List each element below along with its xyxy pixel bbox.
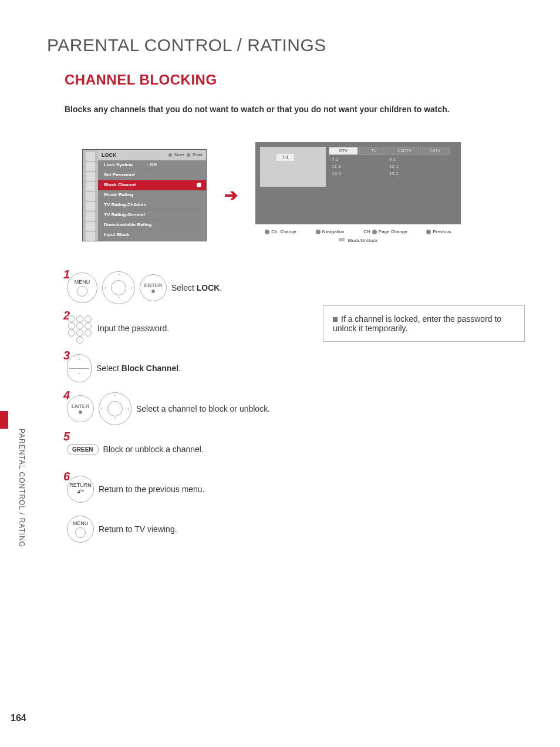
step-7: MENU Return to TV viewing.	[67, 513, 525, 545]
tab-tv[interactable]: TV	[359, 147, 389, 155]
clock-icon	[86, 192, 95, 201]
enter-icon	[187, 153, 190, 157]
channel-entry[interactable]: 11-1	[332, 163, 341, 170]
chevron-right-icon: ›	[131, 285, 133, 291]
previous-icon	[426, 230, 431, 234]
legend-ch-change: Ch. Change	[271, 229, 296, 234]
osd-hint-enter: Enter	[193, 153, 203, 157]
step-number: 6	[63, 470, 70, 483]
menu-button[interactable]: MENU	[67, 516, 94, 543]
arrow-right-icon: ➔	[224, 186, 238, 205]
chevron-right-icon: ›	[127, 406, 129, 412]
channel-list-col2: 9-1 12-1 15-1	[389, 156, 399, 177]
block-icon	[339, 238, 345, 241]
nav-ring-button[interactable]: ˄ ˅ ‹ ›	[102, 271, 135, 304]
menu-button-inner-icon	[77, 286, 87, 297]
channel-entry[interactable]: 13-5	[332, 170, 341, 177]
legend-navigation: Navigation	[322, 229, 345, 234]
tab-cadtv[interactable]: CADTV	[390, 147, 419, 155]
osd-lock-header: LOCK Move Enter	[98, 150, 206, 160]
note-text: If a channel is locked, enter the passwo…	[333, 314, 501, 333]
step-5: 5 GREEN Block or unblock a channel.	[67, 433, 525, 465]
osd-lock-menu: LOCK Move Enter Lock System : Off Set Pa…	[82, 149, 207, 241]
chevron-down-icon: ˅	[114, 418, 117, 423]
osd-channel-list: 7-1 DTV TV CADTV CATV 7-1 11-1 13-5 9-1 …	[255, 142, 461, 248]
channel-entry[interactable]: 12-1	[389, 163, 399, 170]
enter-button[interactable]: ENTER	[67, 395, 94, 422]
chevron-up-icon: ˄	[117, 274, 120, 279]
osd-item-tv-general[interactable]: TV Rating-General	[98, 210, 206, 220]
channel-list-col1: 7-1 11-1 13-5	[332, 156, 341, 177]
input-icon	[86, 222, 95, 231]
osd-item-block-channel[interactable]: Block Channel	[98, 180, 206, 190]
page-title: PARENTAL CONTROL / RATINGS	[47, 35, 525, 55]
channel-entry[interactable]: 7-1	[332, 156, 341, 163]
step-number: 4	[63, 389, 70, 402]
osd-item-lock-system[interactable]: Lock System : Off	[98, 160, 206, 170]
osd-channel-legend: Ch. Change Navigation CHPage Change Prev…	[255, 229, 461, 234]
tab-dtv[interactable]: DTV	[329, 147, 358, 155]
up-down-button[interactable]: ˄ ˅	[67, 354, 92, 382]
step-6: 6 RETURN ↶ Return to the previous menu.	[67, 473, 525, 505]
step-3-text: Select Block Channel.	[96, 364, 181, 373]
channel-entry[interactable]: 9-1	[389, 156, 399, 163]
channel-entry[interactable]: 15-1	[389, 170, 399, 177]
osd-channel-legend2: Block/Unblock	[255, 238, 461, 243]
return-button[interactable]: RETURN ↶	[67, 476, 94, 503]
step-number: 5	[63, 430, 70, 443]
step-4: 4 ENTER ˄ ˅ ‹ › Select a channel to bloc…	[67, 392, 525, 425]
osd-row: LOCK Move Enter Lock System : Off Set Pa…	[82, 142, 525, 248]
step-7-text: Return to TV viewing.	[99, 524, 177, 534]
step-1-text: Select LOCK.	[171, 283, 222, 292]
step-1: 1 MENU ˄ ˅ ‹ › ENTER Select LOCK.	[67, 271, 525, 304]
lock-icon	[86, 152, 95, 161]
legend-previous: Previous	[433, 229, 451, 234]
step-4-text: Select a channel to block or unblock.	[136, 404, 270, 413]
note-box: If a channel is locked, enter the passwo…	[323, 305, 525, 342]
step-2-text: Input the password.	[97, 324, 169, 333]
lock2-icon	[86, 212, 95, 221]
channel-preview-number: 7-1	[276, 154, 294, 161]
menu-button-inner-icon	[75, 527, 86, 538]
osd-item-set-password[interactable]: Set Password	[98, 170, 206, 180]
side-section-label: PARENTAL CONTROL / RATING	[18, 429, 26, 547]
page-change-icon	[372, 230, 377, 234]
osd-item-tv-children[interactable]: TV Rating-Children	[98, 200, 206, 210]
section-title: CHANNEL BLOCKING	[65, 72, 525, 88]
enter-button[interactable]: ENTER	[140, 274, 167, 301]
audio-icon	[86, 172, 95, 181]
menu-button[interactable]: MENU	[67, 272, 97, 303]
chevron-left-icon: ‹	[101, 406, 103, 412]
navigation-icon	[316, 230, 321, 234]
channel-preview-image: 7-1	[260, 147, 326, 187]
osd-item-input-block[interactable]: Input Block	[98, 230, 206, 240]
move-icon	[168, 153, 172, 157]
osd-sidebar-icons	[83, 150, 98, 241]
enter-dot-icon	[151, 290, 155, 293]
chevron-up-icon: ˄	[114, 395, 117, 400]
gear-icon	[86, 182, 95, 191]
legend-page-change: Page Change	[379, 229, 407, 234]
ch-change-icon	[265, 230, 269, 234]
side-accent-bar	[0, 411, 8, 429]
usb-icon	[86, 232, 95, 241]
tab-catv[interactable]: CATV	[420, 147, 450, 155]
green-button[interactable]: GREEN	[67, 444, 99, 455]
osd-hint-move: Move	[174, 153, 184, 157]
selected-dot-icon	[197, 183, 201, 187]
chevron-left-icon: ‹	[104, 285, 106, 291]
legend-page-change-prefix: CH	[363, 229, 370, 234]
enter-dot-icon	[79, 410, 82, 414]
osd-item-downloadable[interactable]: Downloadable Rating	[98, 220, 206, 230]
number-keypad-icon[interactable]	[67, 315, 93, 341]
step-6-text: Return to the previous menu.	[99, 484, 205, 494]
osd-item-movie-rating[interactable]: Movie Rating	[98, 190, 206, 200]
nav-ring-button[interactable]: ˄ ˅ ‹ ›	[99, 392, 131, 425]
legend-block: Block/Unblock	[348, 238, 378, 243]
picture-icon	[86, 162, 95, 171]
step-3: 3 ˄ ˅ Select Block Channel.	[67, 352, 525, 384]
osd-lock-title: LOCK	[102, 152, 117, 158]
option-icon	[86, 202, 95, 211]
intro-text: Blocks any channels that you do not want…	[65, 105, 525, 114]
step-5-text: Block or unblock a channel.	[103, 445, 204, 454]
